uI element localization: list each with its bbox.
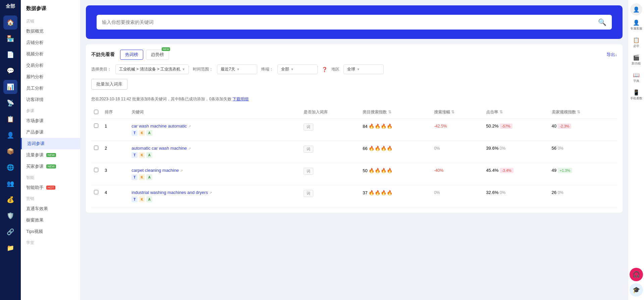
click-rate-cell-3: 32.6% 0% bbox=[483, 185, 549, 207]
click-rate-cell-1: 39.6% 0% bbox=[483, 141, 549, 163]
search-input[interactable] bbox=[102, 19, 598, 25]
fire-icons-2: 🔥🔥🔥🔥 bbox=[369, 168, 393, 173]
user-avatar[interactable]: 👤 bbox=[630, 3, 642, 15]
sidebar-item-buyer-research[interactable]: 买家参课 NEW bbox=[21, 161, 80, 172]
search-change-value-3: 0% bbox=[434, 190, 440, 195]
dictionary-label: 字典 bbox=[633, 79, 639, 83]
nav-icon-home[interactable]: 🏠 bbox=[3, 15, 17, 30]
trend-arrow-1: ↗ bbox=[188, 147, 191, 150]
tag-a-2: A bbox=[146, 174, 152, 180]
nav-icon-shop[interactable]: 🏪 bbox=[3, 32, 17, 46]
content-panel: 不妨先看看 热词榜 趋势榜 NEW 导出↓ 选择类目： 工业机械 > 清洁设备 … bbox=[86, 44, 623, 213]
search-icon[interactable]: 🔍 bbox=[598, 18, 606, 26]
must-learn-label: 必学 bbox=[633, 44, 639, 48]
export-button[interactable]: 导出↓ bbox=[606, 52, 618, 58]
bot-avatar[interactable]: 🎓 bbox=[630, 283, 643, 297]
tab-hot-words[interactable]: 热词榜 bbox=[120, 50, 143, 60]
nav-icon-shield[interactable]: 🛡️ bbox=[3, 209, 17, 223]
chevron-down-icon-category: ▼ bbox=[182, 67, 185, 71]
download-detail-link[interactable]: 下载明细 bbox=[232, 97, 249, 101]
sidebar-item-staff-analysis[interactable]: 员工分析 bbox=[21, 83, 80, 94]
table-row: 4 industrial washing machines and dryers… bbox=[91, 185, 617, 207]
filter-terminal-select[interactable]: 全部 ▼ bbox=[277, 64, 318, 74]
sort-icon-seller-index[interactable]: ⇅ bbox=[577, 110, 580, 114]
row-checkbox-2[interactable] bbox=[94, 168, 98, 172]
sidebar-item-transaction-analysis[interactable]: 交易分析 bbox=[21, 60, 80, 71]
right-panel-item-mobile-data[interactable]: 📱 手机看数 bbox=[630, 87, 643, 103]
dict-button-0[interactable]: 词 bbox=[304, 123, 313, 131]
sidebar-item-ai-assistant[interactable]: 智能助手 HOT bbox=[21, 182, 80, 193]
click-rate-value-1: 39.6% bbox=[486, 146, 498, 151]
search-change-cell-3: 0% bbox=[431, 185, 483, 207]
select-all-checkbox[interactable] bbox=[94, 110, 98, 114]
seller-badge-3: 0% bbox=[558, 190, 564, 195]
sidebar-item-showcase-effect[interactable]: 橱窗效果 bbox=[21, 214, 80, 226]
tag-a-0: A bbox=[146, 130, 152, 136]
nav-icon-users[interactable]: 👥 bbox=[3, 177, 17, 191]
keyword-link-0[interactable]: car wash machine automatic ↗ bbox=[131, 123, 298, 129]
nav-icon-list[interactable]: 📋 bbox=[3, 112, 17, 126]
nav-icon-folder[interactable]: 📁 bbox=[3, 241, 17, 255]
tag-a-3: A bbox=[146, 196, 152, 202]
nav-icon-chat[interactable]: 💬 bbox=[3, 64, 17, 78]
sidebar-item-direct-effect[interactable]: 直通车效果 bbox=[21, 203, 80, 214]
search-index-cell-1: 66 🔥🔥🔥🔥 bbox=[360, 141, 431, 163]
sort-icon-click-rate[interactable]: ⇅ bbox=[499, 110, 503, 114]
nav-icon-chart[interactable]: 📊 bbox=[3, 80, 17, 94]
search-change-value-1: 0% bbox=[434, 146, 440, 151]
search-index-value-2: 50 bbox=[363, 168, 367, 173]
nav-icon-money[interactable]: 💰 bbox=[3, 193, 17, 207]
trend-arrow-3: ↗ bbox=[209, 191, 212, 195]
keyword-link-2[interactable]: carpet cleaning machine ↗ bbox=[131, 168, 298, 173]
sidebar-item-data-overview[interactable]: 数据概览 bbox=[21, 26, 80, 37]
filter-terminal-value: 全部 bbox=[281, 66, 289, 72]
right-panel-item-customer-service[interactable]: 👤 专属客服 bbox=[630, 17, 643, 33]
nav-icon-doc[interactable]: 📄 bbox=[3, 48, 17, 62]
nav-icon-box[interactable]: 📦 bbox=[3, 144, 17, 158]
batch-add-button[interactable]: 批量加入词库 bbox=[91, 79, 127, 90]
dict-button-2[interactable]: 词 bbox=[304, 168, 313, 175]
tag-t-3: T bbox=[131, 196, 138, 202]
sidebar-item-fulfillment-analysis[interactable]: 履约分析 bbox=[21, 71, 80, 83]
fire-icons-3: 🔥🔥🔥🔥 bbox=[369, 190, 393, 195]
filter-region-label: 地区 bbox=[331, 66, 339, 72]
right-panel-item-dictionary[interactable]: 📖 字典 bbox=[630, 70, 643, 85]
tabs-section-title: 不妨先看看 bbox=[91, 52, 115, 58]
fire-icons-0: 🔥🔥🔥🔥 bbox=[369, 123, 393, 129]
row-checkbox-0[interactable] bbox=[94, 123, 98, 128]
sidebar-item-video-analysis[interactable]: 视频分析 bbox=[21, 48, 80, 60]
nav-icon-link[interactable]: 🔗 bbox=[3, 225, 17, 239]
app-title: 全部 bbox=[6, 3, 15, 9]
sidebar-item-tips-video[interactable]: Tips视频 bbox=[21, 226, 80, 237]
dict-button-1[interactable]: 词 bbox=[304, 146, 313, 153]
sort-icon-search-index[interactable]: ⇅ bbox=[388, 110, 391, 114]
expert-chat-button[interactable]: 🎧 bbox=[630, 268, 643, 281]
keyword-cell-3: industrial washing machines and dryers ↗… bbox=[129, 185, 301, 207]
sidebar-item-traffic-research[interactable]: 流量参课 NEW bbox=[21, 149, 80, 161]
sidebar-item-product-research[interactable]: 产品参课 bbox=[21, 127, 80, 138]
filter-time-select[interactable]: 最近7天 ▼ bbox=[217, 64, 257, 74]
nav-icon-globe[interactable]: 🌐 bbox=[3, 160, 17, 174]
sort-icon-search-change[interactable]: ⇅ bbox=[451, 110, 454, 114]
row-checkbox-1[interactable] bbox=[94, 146, 98, 150]
row-checkbox-3[interactable] bbox=[94, 190, 98, 194]
nav-icon-signal[interactable]: 📡 bbox=[3, 96, 17, 110]
sidebar-item-shop-analysis[interactable]: 店铺分析 bbox=[21, 37, 80, 48]
nav-icon-user[interactable]: 👤 bbox=[3, 128, 17, 142]
sidebar-item-keyword-research[interactable]: 选词参课 bbox=[21, 138, 80, 149]
filter-category-select[interactable]: 工业机械 > 清洁设备 > 工业洗衣机 ▼ bbox=[115, 64, 189, 74]
help-icon[interactable]: ❓ bbox=[322, 67, 327, 72]
sidebar-item-visitor-detail[interactable]: 访客详情 bbox=[21, 94, 80, 105]
fire-icons-1: 🔥🔥🔥🔥 bbox=[369, 146, 393, 151]
right-panel-item-new-features[interactable]: 🎬 新功能 bbox=[630, 52, 643, 68]
keyword-link-3[interactable]: industrial washing machines and dryers ↗ bbox=[131, 190, 298, 195]
dict-button-3[interactable]: 词 bbox=[304, 190, 313, 197]
search-box[interactable]: 🔍 bbox=[97, 15, 612, 30]
right-panel-item-must-learn[interactable]: 📋 必学 bbox=[630, 35, 643, 50]
seller-badge-2: +1.3% bbox=[558, 168, 573, 173]
keyword-link-1[interactable]: automatic car wash machine ↗ bbox=[131, 146, 298, 151]
sidebar-item-market-research[interactable]: 市场参课 bbox=[21, 115, 80, 127]
filter-region-select[interactable]: 全球 ▼ bbox=[343, 64, 384, 74]
tab-trend[interactable]: 趋势榜 NEW bbox=[146, 50, 169, 60]
badge-new-buyer: NEW bbox=[46, 164, 56, 168]
